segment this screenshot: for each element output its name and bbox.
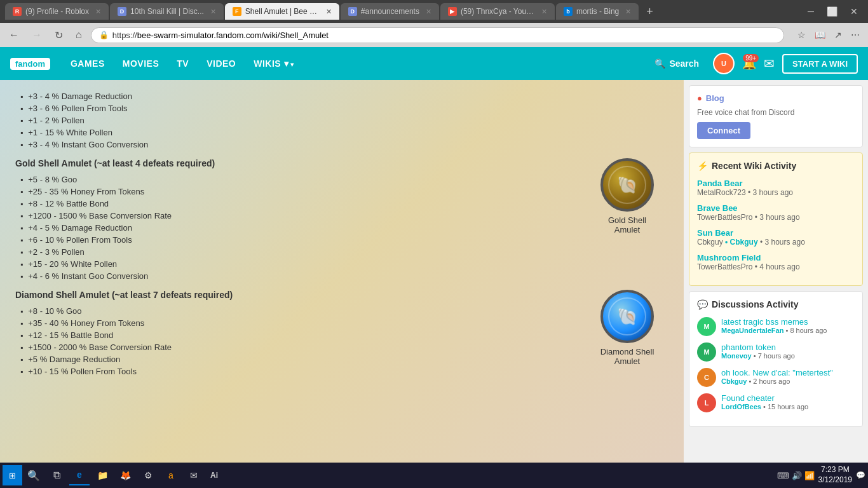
taskbar-app-amazon[interactable]: a xyxy=(161,465,181,485)
discussion-meta: LordOfBees • 15 hours ago xyxy=(721,403,855,410)
tab-close[interactable]: ✕ xyxy=(210,8,216,16)
diamond-amulet-symbol: 🐚 xyxy=(617,307,637,327)
tab-label: Shell Amulet | Bee S... xyxy=(245,7,320,16)
tab-close[interactable]: ✕ xyxy=(541,8,547,16)
fandom-logo[interactable]: fandom xyxy=(10,58,50,70)
tab-bing[interactable]: b mortis - Bing ✕ xyxy=(556,3,639,20)
browser-chrome: R (9) Profile - Roblox ✕ D 10th Snail Ki… xyxy=(0,0,868,23)
diamond-stat-item: +10 - 15 % Pollen From Tools xyxy=(20,365,592,377)
fandom-logo-mark: fandom xyxy=(10,58,50,70)
activity-meta: MetalRock723 • 3 hours ago xyxy=(697,188,855,197)
activity-meta: TowerBattlesPro • 4 hours ago xyxy=(697,262,855,271)
reload-button[interactable]: ↻ xyxy=(51,28,67,43)
reader-button[interactable]: 📖 xyxy=(811,28,829,42)
activity-link[interactable]: Sun Bear xyxy=(697,228,855,238)
tab-close[interactable]: ✕ xyxy=(95,8,101,16)
diamond-stat-item: +5 % Damage Reduction xyxy=(20,353,592,365)
taskbar-search[interactable]: 🔍 xyxy=(24,465,44,485)
message-button[interactable]: ✉ xyxy=(764,56,775,71)
notification-center-icon[interactable]: 💬 xyxy=(856,471,865,480)
activity-link[interactable]: Panda Bear xyxy=(697,179,855,188)
taskbar-app-mail[interactable]: ✉ xyxy=(184,465,204,485)
search-icon: 🔍 xyxy=(27,470,40,482)
discussion-title[interactable]: latest tragic bss memes xyxy=(721,317,855,327)
discord-connect-button[interactable]: Connect xyxy=(697,122,750,139)
gold-amulet-section: Gold Shell Amulet (~at least 4 defeats r… xyxy=(15,158,668,282)
new-tab-button[interactable]: + xyxy=(642,5,657,18)
gold-stat-item: +8 - 12 % Battle Bond xyxy=(20,198,592,210)
taskbar-app-settings[interactable]: ⚙ xyxy=(138,465,158,485)
stat-item: +3 - 4 % Instant Goo Conversion xyxy=(20,139,668,151)
tab-close[interactable]: ✕ xyxy=(426,8,431,16)
discord-header: ● Blog xyxy=(697,93,855,103)
tab-announcements[interactable]: D #announcements ✕ xyxy=(341,3,439,20)
nav-tv[interactable]: TV xyxy=(169,53,196,74)
taskbar-app-edge[interactable]: e xyxy=(69,465,90,485)
forward-button[interactable]: → xyxy=(28,28,46,42)
tab-label: mortis - Bing xyxy=(576,7,619,16)
discussion-meta: MegaUndertaleFan • 8 hours ago xyxy=(721,327,855,334)
activity-link[interactable]: Brave Bee xyxy=(697,203,855,213)
tab-discord[interactable]: D 10th Snail Kill | Disc... ✕ xyxy=(110,3,224,20)
tab-label: (59) ThnxCya - YouTube xyxy=(461,7,535,16)
taskbar-time: 7:23 PM 3/12/2019 xyxy=(818,465,852,485)
gold-stat-item: +6 - 10 % Pollen From Tools xyxy=(20,234,592,246)
start-wiki-button[interactable]: START A WIKI xyxy=(782,54,858,74)
address-text: https://bee-swarm-simulator.fandom.com/w… xyxy=(112,30,329,40)
wiki-activity-title: Recent Wiki Activity xyxy=(712,161,796,171)
taskbar-task-view[interactable]: ⧉ xyxy=(46,465,67,485)
taskbar-app-file-explorer[interactable]: 📁 xyxy=(92,465,112,485)
discord-widget: ● Blog Free voice chat from Discord Conn… xyxy=(689,85,863,147)
settings-button[interactable]: ⋯ xyxy=(848,28,863,42)
discussion-item-dcal: C oh look. New d'cal: "metertest" Cbkguy… xyxy=(697,368,855,387)
pre-gold-stats-section: +3 - 4 % Damage Reduction +3 - 6 % Polle… xyxy=(15,90,668,151)
discussion-title[interactable]: oh look. New d'cal: "metertest" xyxy=(721,368,855,377)
notification-button[interactable]: 🔔 99+ xyxy=(742,57,756,71)
diamond-section-title: Diamond Shell Amulet (~at least 7 defeat… xyxy=(15,290,592,300)
minimize-button[interactable]: ─ xyxy=(803,4,819,19)
home-button[interactable]: ⌂ xyxy=(72,28,86,42)
settings-icon: ⚙ xyxy=(144,470,153,480)
maximize-button[interactable]: ⬜ xyxy=(822,4,843,19)
discussion-avatar: C xyxy=(697,368,716,387)
search-button[interactable]: 🔍 Search xyxy=(648,55,705,72)
discussion-username: LordOfBees xyxy=(721,403,761,410)
nav-movies[interactable]: MOVIES xyxy=(115,53,166,74)
diamond-stat-item: +35 - 40 % Honey From Tokens xyxy=(20,317,592,329)
gold-amulet-image-container: 🐚 Gold Shell Amulet xyxy=(599,158,656,234)
activity-item-sun-bear: Sun Bear Cbkguy • Cbkguy • 3 hours ago xyxy=(697,228,855,247)
notification-badge: 99+ xyxy=(743,54,759,62)
discord-server-name: Blog xyxy=(706,93,724,103)
discord-description: Free voice chat from Discord xyxy=(697,108,855,117)
user-avatar[interactable]: U xyxy=(713,53,735,74)
tab-bar: R (9) Profile - Roblox ✕ D 10th Snail Ki… xyxy=(5,3,639,20)
start-button[interactable]: ⊞ xyxy=(3,465,22,485)
tab-close[interactable]: ✕ xyxy=(625,8,631,16)
discussion-title[interactable]: phantom token xyxy=(721,342,855,352)
bookmark-star-button[interactable]: ☆ xyxy=(794,28,809,42)
taskbar-ai-label[interactable]: Ai xyxy=(210,471,218,480)
discussion-meta: Monevoy • 7 hours ago xyxy=(721,352,855,360)
tab-shell-amulet[interactable]: F Shell Amulet | Bee S... ✕ xyxy=(225,3,339,20)
folder-icon: 📁 xyxy=(97,470,108,480)
search-icon: 🔍 xyxy=(654,58,665,69)
discussion-meta: Cbkguy • 2 hours ago xyxy=(721,377,855,385)
tab-close[interactable]: ✕ xyxy=(326,8,332,16)
tab-roblox[interactable]: R (9) Profile - Roblox ✕ xyxy=(5,3,109,20)
main-layout: +3 - 4 % Damage Reduction +3 - 6 % Polle… xyxy=(0,80,868,468)
gold-stat-item: +5 - 8 % Goo xyxy=(20,173,592,186)
nav-games[interactable]: GAMES xyxy=(63,53,112,74)
activity-item-brave-bee: Brave Bee TowerBattlesPro • 3 hours ago xyxy=(697,203,855,222)
share-button[interactable]: ↗ xyxy=(831,28,845,42)
address-bar[interactable]: 🔒 https://bee-swarm-simulator.fandom.com… xyxy=(91,27,784,43)
close-button[interactable]: ✕ xyxy=(845,4,863,19)
activity-link[interactable]: Mushroom Field xyxy=(697,253,855,262)
date-display: 3/12/2019 xyxy=(818,475,852,485)
discussions-activity-section: 💬 Discussions Activity M latest tragic b… xyxy=(689,291,863,427)
back-button[interactable]: ← xyxy=(5,28,23,42)
nav-wikis[interactable]: WIKIS ▾ xyxy=(246,53,302,74)
discussion-title[interactable]: Found cheater xyxy=(721,393,855,403)
tab-youtube[interactable]: ▶ (59) ThnxCya - YouTube ✕ xyxy=(440,3,555,20)
nav-video[interactable]: VIDEO xyxy=(199,53,243,74)
taskbar-app-firefox[interactable]: 🦊 xyxy=(115,465,135,485)
